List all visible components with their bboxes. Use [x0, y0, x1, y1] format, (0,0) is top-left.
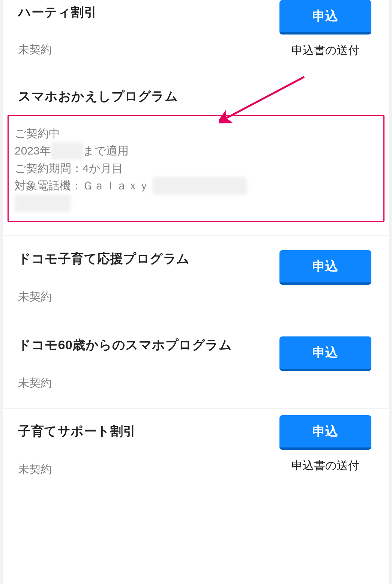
- detail-line-4: 対象電話機：Ｇａｌａｘｙ ███ ██ ██████: [15, 177, 377, 195]
- detail-line-4-pre: 対象電話機：Ｇａｌａｘｙ: [15, 179, 150, 192]
- apply-button[interactable]: 申込: [279, 250, 371, 285]
- apply-button[interactable]: 申込: [279, 336, 371, 371]
- program-status: 未契約: [18, 462, 269, 477]
- program-info: ドコモ子育て応援プログラム 未契約: [18, 236, 269, 322]
- program-title: スマホおかえしプログラム: [18, 74, 374, 115]
- programs-card: ハーティ割引 未契約 申込 申込書の送付 スマホおかえしプログラム ご契約中 2…: [3, 0, 389, 584]
- redacted-text: ███████: [15, 195, 71, 212]
- program-info: ドコモ60歳からのスマホプログラム 未契約: [18, 322, 269, 408]
- program-detail-highlight: ご契約中 2023年████まで適用 ご契約期間：4か月目 対象電話機：Ｇａｌａ…: [8, 115, 384, 222]
- program-item-hearty: ハーティ割引 未契約 申込 申込書の送付: [3, 0, 389, 74]
- program-actions: 申込: [276, 322, 374, 371]
- program-item-kosodate-ouen: ドコモ子育て応援プログラム 未契約 申込: [3, 236, 389, 322]
- apply-button[interactable]: 申込: [279, 0, 371, 35]
- detail-line-1: ご契約中: [15, 125, 377, 143]
- program-item-60sai: ドコモ60歳からのスマホプログラム 未契約 申込: [3, 322, 389, 408]
- send-form-link[interactable]: 申込書の送付: [291, 458, 359, 473]
- program-item-smaho-okaeshi: スマホおかえしプログラム ご契約中 2023年████まで適用 ご契約期間：4か…: [3, 74, 389, 236]
- detail-line-3: ご契約期間：4か月目: [15, 160, 377, 177]
- program-actions: 申込: [276, 236, 374, 285]
- program-info: 子育てサポート割引 未契約: [18, 408, 269, 477]
- program-actions: 申込 申込書の送付: [276, 0, 374, 58]
- redacted-text: ███ ██ ██████: [153, 177, 246, 195]
- program-item-kosodate-support: 子育てサポート割引 未契約 申込 申込書の送付: [3, 408, 389, 481]
- program-title: ドコモ60歳からのスマホプログラム: [18, 336, 269, 354]
- redacted-text: ████: [51, 142, 83, 160]
- detail-line-2-post: まで適用: [83, 144, 129, 157]
- program-status: 未契約: [18, 42, 269, 57]
- program-info: ハーティ割引 未契約: [18, 0, 269, 74]
- program-title: ハーティ割引: [18, 4, 269, 21]
- program-title: ドコモ子育て応援プログラム: [18, 250, 269, 267]
- send-form-link[interactable]: 申込書の送付: [291, 43, 359, 58]
- detail-line-2: 2023年████まで適用: [15, 142, 377, 160]
- program-title: 子育てサポート割引: [18, 423, 269, 440]
- program-status: 未契約: [18, 375, 269, 391]
- program-actions: 申込 申込書の送付: [276, 408, 374, 473]
- apply-button[interactable]: 申込: [279, 415, 371, 450]
- detail-line-2-pre: 2023年: [15, 144, 51, 157]
- detail-line-5: ███████: [15, 195, 377, 212]
- program-status: 未契約: [18, 289, 269, 305]
